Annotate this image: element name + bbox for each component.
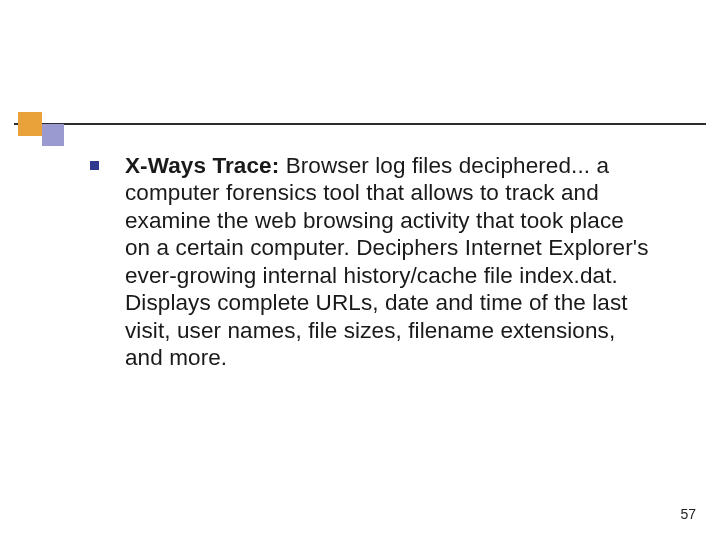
divider-line [14,123,706,125]
bullet-lead: X-Ways Trace: [125,153,279,178]
bullet-rest: Browser log files deciphered... a comput… [125,153,649,370]
bullet-text: X-Ways Trace: Browser log files decipher… [125,152,650,372]
bullet-marker-icon [90,161,99,170]
title-divider [14,108,706,138]
bullet-item: X-Ways Trace: Browser log files decipher… [90,152,650,372]
slide-body: X-Ways Trace: Browser log files decipher… [90,152,650,372]
accent-square-purple [42,124,64,146]
page-number: 57 [680,506,696,522]
accent-square-orange [18,112,42,136]
